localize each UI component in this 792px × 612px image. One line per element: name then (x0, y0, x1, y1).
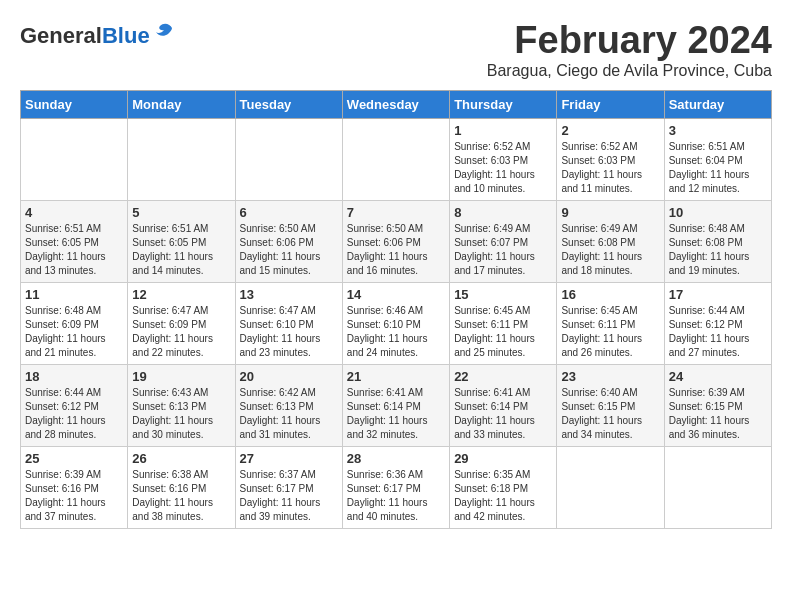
calendar-week-row: 25Sunrise: 6:39 AM Sunset: 6:16 PM Dayli… (21, 446, 772, 528)
calendar-cell (21, 118, 128, 200)
calendar-cell (128, 118, 235, 200)
calendar-cell: 10Sunrise: 6:48 AM Sunset: 6:08 PM Dayli… (664, 200, 771, 282)
day-number: 23 (561, 369, 659, 384)
day-info: Sunrise: 6:45 AM Sunset: 6:11 PM Dayligh… (561, 304, 659, 360)
day-number: 5 (132, 205, 230, 220)
calendar-cell: 24Sunrise: 6:39 AM Sunset: 6:15 PM Dayli… (664, 364, 771, 446)
day-number: 28 (347, 451, 445, 466)
calendar-cell (664, 446, 771, 528)
calendar-cell: 12Sunrise: 6:47 AM Sunset: 6:09 PM Dayli… (128, 282, 235, 364)
header-monday: Monday (128, 90, 235, 118)
logo-bird-icon (152, 20, 176, 44)
day-info: Sunrise: 6:51 AM Sunset: 6:05 PM Dayligh… (132, 222, 230, 278)
header-thursday: Thursday (450, 90, 557, 118)
day-number: 6 (240, 205, 338, 220)
day-info: Sunrise: 6:35 AM Sunset: 6:18 PM Dayligh… (454, 468, 552, 524)
header-saturday: Saturday (664, 90, 771, 118)
day-info: Sunrise: 6:38 AM Sunset: 6:16 PM Dayligh… (132, 468, 230, 524)
day-info: Sunrise: 6:51 AM Sunset: 6:04 PM Dayligh… (669, 140, 767, 196)
calendar-subtitle: Baragua, Ciego de Avila Province, Cuba (487, 62, 772, 80)
day-info: Sunrise: 6:41 AM Sunset: 6:14 PM Dayligh… (454, 386, 552, 442)
calendar-cell: 27Sunrise: 6:37 AM Sunset: 6:17 PM Dayli… (235, 446, 342, 528)
page-header: GeneralBlue February 2024 Baragua, Ciego… (20, 20, 772, 80)
day-info: Sunrise: 6:50 AM Sunset: 6:06 PM Dayligh… (347, 222, 445, 278)
calendar-cell: 16Sunrise: 6:45 AM Sunset: 6:11 PM Dayli… (557, 282, 664, 364)
calendar-week-row: 4Sunrise: 6:51 AM Sunset: 6:05 PM Daylig… (21, 200, 772, 282)
day-info: Sunrise: 6:39 AM Sunset: 6:15 PM Dayligh… (669, 386, 767, 442)
title-section: February 2024 Baragua, Ciego de Avila Pr… (487, 20, 772, 80)
day-info: Sunrise: 6:46 AM Sunset: 6:10 PM Dayligh… (347, 304, 445, 360)
calendar-cell: 9Sunrise: 6:49 AM Sunset: 6:08 PM Daylig… (557, 200, 664, 282)
header-sunday: Sunday (21, 90, 128, 118)
day-number: 24 (669, 369, 767, 384)
day-number: 17 (669, 287, 767, 302)
day-number: 20 (240, 369, 338, 384)
calendar-cell: 6Sunrise: 6:50 AM Sunset: 6:06 PM Daylig… (235, 200, 342, 282)
day-number: 3 (669, 123, 767, 138)
calendar-cell: 25Sunrise: 6:39 AM Sunset: 6:16 PM Dayli… (21, 446, 128, 528)
day-info: Sunrise: 6:47 AM Sunset: 6:09 PM Dayligh… (132, 304, 230, 360)
calendar-cell: 8Sunrise: 6:49 AM Sunset: 6:07 PM Daylig… (450, 200, 557, 282)
day-number: 11 (25, 287, 123, 302)
day-number: 8 (454, 205, 552, 220)
day-info: Sunrise: 6:36 AM Sunset: 6:17 PM Dayligh… (347, 468, 445, 524)
logo: GeneralBlue (20, 20, 176, 52)
day-number: 16 (561, 287, 659, 302)
calendar-cell (557, 446, 664, 528)
calendar-cell: 11Sunrise: 6:48 AM Sunset: 6:09 PM Dayli… (21, 282, 128, 364)
calendar-cell: 5Sunrise: 6:51 AM Sunset: 6:05 PM Daylig… (128, 200, 235, 282)
day-info: Sunrise: 6:42 AM Sunset: 6:13 PM Dayligh… (240, 386, 338, 442)
calendar-cell: 23Sunrise: 6:40 AM Sunset: 6:15 PM Dayli… (557, 364, 664, 446)
day-number: 27 (240, 451, 338, 466)
day-info: Sunrise: 6:50 AM Sunset: 6:06 PM Dayligh… (240, 222, 338, 278)
day-number: 29 (454, 451, 552, 466)
calendar-cell: 21Sunrise: 6:41 AM Sunset: 6:14 PM Dayli… (342, 364, 449, 446)
day-number: 10 (669, 205, 767, 220)
calendar-title: February 2024 (487, 20, 772, 62)
calendar-cell: 20Sunrise: 6:42 AM Sunset: 6:13 PM Dayli… (235, 364, 342, 446)
day-info: Sunrise: 6:48 AM Sunset: 6:09 PM Dayligh… (25, 304, 123, 360)
calendar-header-row: SundayMondayTuesdayWednesdayThursdayFrid… (21, 90, 772, 118)
calendar-week-row: 1Sunrise: 6:52 AM Sunset: 6:03 PM Daylig… (21, 118, 772, 200)
calendar-cell: 3Sunrise: 6:51 AM Sunset: 6:04 PM Daylig… (664, 118, 771, 200)
day-info: Sunrise: 6:43 AM Sunset: 6:13 PM Dayligh… (132, 386, 230, 442)
day-info: Sunrise: 6:52 AM Sunset: 6:03 PM Dayligh… (454, 140, 552, 196)
header-friday: Friday (557, 90, 664, 118)
day-info: Sunrise: 6:44 AM Sunset: 6:12 PM Dayligh… (25, 386, 123, 442)
calendar-cell: 18Sunrise: 6:44 AM Sunset: 6:12 PM Dayli… (21, 364, 128, 446)
calendar-cell: 14Sunrise: 6:46 AM Sunset: 6:10 PM Dayli… (342, 282, 449, 364)
day-number: 18 (25, 369, 123, 384)
calendar-cell: 26Sunrise: 6:38 AM Sunset: 6:16 PM Dayli… (128, 446, 235, 528)
calendar-cell: 28Sunrise: 6:36 AM Sunset: 6:17 PM Dayli… (342, 446, 449, 528)
day-info: Sunrise: 6:45 AM Sunset: 6:11 PM Dayligh… (454, 304, 552, 360)
day-info: Sunrise: 6:41 AM Sunset: 6:14 PM Dayligh… (347, 386, 445, 442)
day-info: Sunrise: 6:40 AM Sunset: 6:15 PM Dayligh… (561, 386, 659, 442)
day-number: 15 (454, 287, 552, 302)
day-info: Sunrise: 6:52 AM Sunset: 6:03 PM Dayligh… (561, 140, 659, 196)
logo-text: GeneralBlue (20, 24, 150, 48)
day-info: Sunrise: 6:37 AM Sunset: 6:17 PM Dayligh… (240, 468, 338, 524)
day-number: 7 (347, 205, 445, 220)
day-number: 26 (132, 451, 230, 466)
calendar-cell: 13Sunrise: 6:47 AM Sunset: 6:10 PM Dayli… (235, 282, 342, 364)
calendar-cell: 29Sunrise: 6:35 AM Sunset: 6:18 PM Dayli… (450, 446, 557, 528)
calendar-cell: 1Sunrise: 6:52 AM Sunset: 6:03 PM Daylig… (450, 118, 557, 200)
day-number: 9 (561, 205, 659, 220)
day-number: 25 (25, 451, 123, 466)
day-number: 19 (132, 369, 230, 384)
day-number: 1 (454, 123, 552, 138)
header-wednesday: Wednesday (342, 90, 449, 118)
day-info: Sunrise: 6:49 AM Sunset: 6:07 PM Dayligh… (454, 222, 552, 278)
calendar-cell: 22Sunrise: 6:41 AM Sunset: 6:14 PM Dayli… (450, 364, 557, 446)
calendar-week-row: 18Sunrise: 6:44 AM Sunset: 6:12 PM Dayli… (21, 364, 772, 446)
calendar-cell: 7Sunrise: 6:50 AM Sunset: 6:06 PM Daylig… (342, 200, 449, 282)
day-number: 4 (25, 205, 123, 220)
calendar-cell: 17Sunrise: 6:44 AM Sunset: 6:12 PM Dayli… (664, 282, 771, 364)
day-number: 21 (347, 369, 445, 384)
day-info: Sunrise: 6:51 AM Sunset: 6:05 PM Dayligh… (25, 222, 123, 278)
calendar-cell: 4Sunrise: 6:51 AM Sunset: 6:05 PM Daylig… (21, 200, 128, 282)
day-info: Sunrise: 6:44 AM Sunset: 6:12 PM Dayligh… (669, 304, 767, 360)
calendar-cell (342, 118, 449, 200)
calendar-week-row: 11Sunrise: 6:48 AM Sunset: 6:09 PM Dayli… (21, 282, 772, 364)
day-number: 22 (454, 369, 552, 384)
